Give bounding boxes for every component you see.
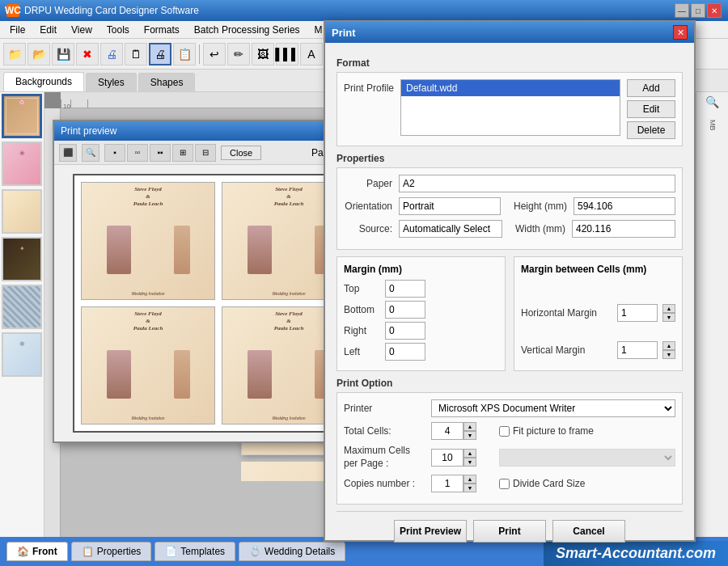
width-input[interactable] (572, 220, 675, 238)
menu-view[interactable]: View (65, 23, 99, 37)
pp-view-5[interactable]: ⊟ (195, 144, 216, 162)
paper-row: Paper (344, 175, 675, 192)
cancel-button[interactable]: Cancel (552, 520, 625, 543)
menu-formats[interactable]: Formats (138, 23, 186, 37)
margin-cells-box: Margin between Cells (mm) Horizontal Mar… (514, 256, 683, 371)
printer-select[interactable]: Microsoft XPS Document Writer (431, 399, 675, 417)
menu-edit[interactable]: Edit (33, 23, 63, 37)
pp-tool-zoom[interactable]: 🔍 (82, 144, 99, 162)
app-icon: WC (6, 4, 19, 17)
toolbar-save[interactable]: 💾 (52, 43, 74, 65)
toolbar-new[interactable]: 📁 (3, 43, 26, 65)
toolbar-barcode[interactable]: ▌▌▌ (276, 43, 298, 65)
right-row: Right (344, 322, 498, 340)
add-profile-button[interactable]: Add (627, 79, 675, 97)
total-cells-spin-btns: ▲ ▼ (463, 422, 476, 440)
toolbar-text[interactable]: A (300, 43, 323, 65)
total-cells-down[interactable]: ▼ (463, 431, 476, 440)
source-input[interactable] (399, 220, 502, 238)
close-button[interactable]: ✕ (707, 3, 722, 18)
copies-input[interactable] (431, 475, 463, 492)
toolbar-edit[interactable]: ✏ (227, 43, 250, 65)
menu-file[interactable]: File (3, 23, 32, 37)
right-input[interactable] (385, 322, 425, 340)
sidebar-thumb-1[interactable]: 🌸 (2, 94, 42, 138)
pp-view-3[interactable]: ▪▪ (150, 144, 171, 162)
vertical-margin-input[interactable] (617, 341, 658, 359)
max-cells-up[interactable]: ▲ (463, 449, 476, 458)
paper-label: Paper (344, 178, 392, 189)
sidebar-thumb-5[interactable] (2, 285, 42, 329)
top-label: Top (344, 283, 380, 294)
front-icon: 🏠 (17, 546, 29, 557)
toolbar-print2[interactable]: 🗒 (125, 43, 147, 65)
width-label: Width (mm) (515, 223, 565, 234)
edit-profile-button[interactable]: Edit (627, 100, 675, 118)
maximize-button[interactable]: □ (691, 3, 705, 18)
print-button[interactable]: Print (473, 520, 546, 543)
delete-profile-button[interactable]: Delete (627, 121, 675, 139)
sidebar-thumb-3[interactable] (2, 189, 42, 234)
sidebar-thumb-2[interactable]: ❀ (2, 142, 42, 186)
sidebar-thumb-6[interactable]: ❋ (2, 332, 42, 377)
toolbar-preview[interactable]: 📋 (173, 43, 196, 65)
divide-card-checkbox[interactable] (499, 479, 510, 489)
print-option-header: Print Option (336, 378, 683, 389)
copies-spin-btns: ▲ ▼ (463, 475, 476, 492)
properties-icon: 📋 (82, 546, 94, 557)
height-input[interactable] (574, 197, 675, 215)
fit-picture-checkbox[interactable] (499, 426, 510, 437)
tab-shapes[interactable]: Shapes (138, 73, 196, 91)
right-label: Right (344, 325, 380, 336)
tab-styles[interactable]: Styles (86, 73, 137, 91)
toolbar-open[interactable]: 📂 (28, 43, 50, 65)
total-cells-input[interactable] (431, 422, 463, 440)
bottom-tabs: 🏠 Front 📋 Properties 📄 Templates 💍 Weddi… (6, 542, 345, 561)
tab-front[interactable]: 🏠 Front (6, 542, 68, 561)
sidebar-thumb-4[interactable]: ✦ (2, 237, 42, 281)
horizontal-margin-down[interactable]: ▼ (662, 313, 675, 322)
dialog-close-button[interactable]: ✕ (673, 25, 688, 40)
bottom-label: Bottom (344, 304, 380, 315)
profile-item-default[interactable]: Default.wdd (401, 80, 620, 96)
copies-up[interactable]: ▲ (463, 475, 476, 484)
horizontal-margin-label: Horizontal Margin (521, 307, 612, 319)
tab-templates[interactable]: 📄 Templates (154, 542, 235, 561)
copies-down[interactable]: ▼ (463, 484, 476, 492)
tab-backgrounds[interactable]: Backgrounds (3, 72, 84, 91)
toolbar-undo[interactable]: ↩ (203, 43, 226, 65)
paper-input[interactable] (399, 175, 675, 192)
minimize-button[interactable]: — (675, 3, 689, 18)
pp-view-1[interactable]: ▪ (104, 144, 125, 162)
print-preview-button[interactable]: Print Preview (394, 520, 467, 543)
left-input[interactable] (385, 343, 425, 361)
toolbar-delete[interactable]: ✖ (76, 43, 99, 65)
vertical-margin-down[interactable]: ▼ (662, 350, 675, 359)
tab-front-label: Front (32, 546, 57, 557)
pp-view-2[interactable]: ▫▫ (127, 144, 148, 162)
zoom-icon[interactable]: 🔍 (705, 95, 719, 108)
toolbar-print[interactable]: 🖨 (100, 43, 123, 65)
top-input[interactable] (385, 280, 425, 298)
horizontal-margin-up[interactable]: ▲ (662, 304, 675, 313)
orientation-input[interactable] (399, 197, 501, 215)
profile-row: Print Profile Default.wdd Add Edit Delet… (344, 79, 675, 139)
toolbar-image[interactable]: 🖼 (252, 43, 274, 65)
toolbar-print3[interactable]: 🖨 (149, 43, 171, 65)
pp-view-4[interactable]: ⊞ (172, 144, 193, 162)
menu-batch[interactable]: Batch Processing Series (188, 23, 307, 37)
total-cells-up[interactable]: ▲ (463, 422, 476, 431)
copies-spinner: ▲ ▼ (431, 475, 476, 492)
profile-list[interactable]: Default.wdd (400, 79, 620, 136)
vertical-margin-up[interactable]: ▲ (662, 341, 675, 350)
max-cells-input[interactable] (431, 449, 463, 467)
pp-card-3: Steve Floyd&Paula Leach Wedding Invitati… (81, 306, 215, 424)
menu-tools[interactable]: Tools (100, 23, 136, 37)
margin-cells-title: Margin between Cells (mm) (521, 264, 675, 275)
horizontal-margin-input[interactable] (617, 304, 658, 322)
pp-tool-1[interactable]: ⬛ (59, 144, 77, 162)
max-cells-down[interactable]: ▼ (463, 458, 476, 467)
pp-close-button[interactable]: Close (221, 146, 261, 160)
bottom-input[interactable] (385, 301, 425, 319)
tab-properties[interactable]: 📋 Properties (71, 542, 152, 561)
